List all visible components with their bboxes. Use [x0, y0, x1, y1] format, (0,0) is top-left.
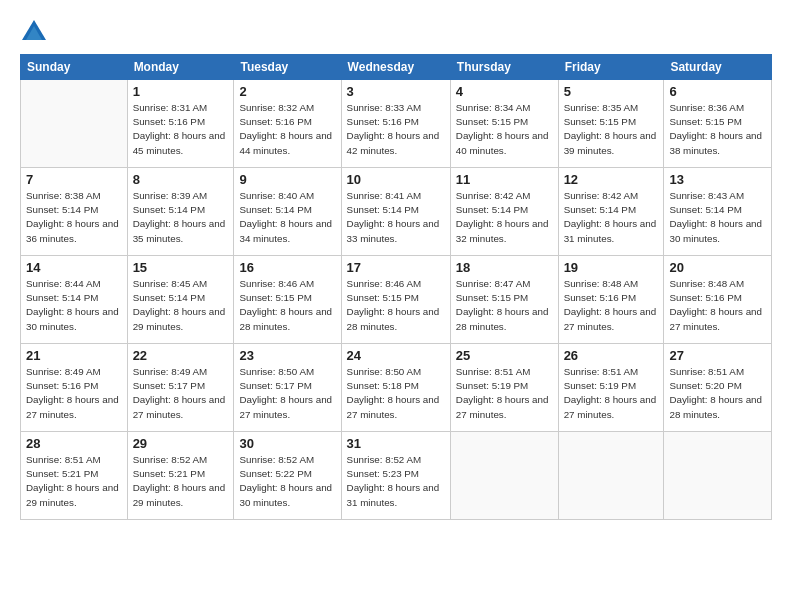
day-info: Sunrise: 8:43 AM Sunset: 5:14 PM Dayligh… [669, 189, 766, 246]
day-info: Sunrise: 8:41 AM Sunset: 5:14 PM Dayligh… [347, 189, 445, 246]
day-info: Sunrise: 8:51 AM Sunset: 5:20 PM Dayligh… [669, 365, 766, 422]
calendar-cell: 15Sunrise: 8:45 AM Sunset: 5:14 PM Dayli… [127, 256, 234, 344]
calendar-cell: 25Sunrise: 8:51 AM Sunset: 5:19 PM Dayli… [450, 344, 558, 432]
calendar-week-row: 14Sunrise: 8:44 AM Sunset: 5:14 PM Dayli… [21, 256, 772, 344]
calendar-cell: 26Sunrise: 8:51 AM Sunset: 5:19 PM Dayli… [558, 344, 664, 432]
day-number: 22 [133, 348, 229, 363]
day-info: Sunrise: 8:49 AM Sunset: 5:16 PM Dayligh… [26, 365, 122, 422]
day-info: Sunrise: 8:39 AM Sunset: 5:14 PM Dayligh… [133, 189, 229, 246]
day-info: Sunrise: 8:40 AM Sunset: 5:14 PM Dayligh… [239, 189, 335, 246]
day-info: Sunrise: 8:33 AM Sunset: 5:16 PM Dayligh… [347, 101, 445, 158]
calendar-cell: 17Sunrise: 8:46 AM Sunset: 5:15 PM Dayli… [341, 256, 450, 344]
day-info: Sunrise: 8:50 AM Sunset: 5:17 PM Dayligh… [239, 365, 335, 422]
day-info: Sunrise: 8:46 AM Sunset: 5:15 PM Dayligh… [239, 277, 335, 334]
calendar-cell: 13Sunrise: 8:43 AM Sunset: 5:14 PM Dayli… [664, 168, 772, 256]
calendar-week-row: 1Sunrise: 8:31 AM Sunset: 5:16 PM Daylig… [21, 80, 772, 168]
calendar-cell: 27Sunrise: 8:51 AM Sunset: 5:20 PM Dayli… [664, 344, 772, 432]
day-number: 3 [347, 84, 445, 99]
day-number: 14 [26, 260, 122, 275]
weekday-header: Sunday [21, 55, 128, 80]
calendar-cell [450, 432, 558, 520]
day-info: Sunrise: 8:47 AM Sunset: 5:15 PM Dayligh… [456, 277, 553, 334]
logo [20, 18, 52, 46]
day-number: 9 [239, 172, 335, 187]
calendar-cell: 4Sunrise: 8:34 AM Sunset: 5:15 PM Daylig… [450, 80, 558, 168]
day-number: 2 [239, 84, 335, 99]
calendar-cell: 18Sunrise: 8:47 AM Sunset: 5:15 PM Dayli… [450, 256, 558, 344]
calendar-cell: 31Sunrise: 8:52 AM Sunset: 5:23 PM Dayli… [341, 432, 450, 520]
calendar-cell [21, 80, 128, 168]
day-info: Sunrise: 8:42 AM Sunset: 5:14 PM Dayligh… [456, 189, 553, 246]
day-number: 31 [347, 436, 445, 451]
calendar-cell: 21Sunrise: 8:49 AM Sunset: 5:16 PM Dayli… [21, 344, 128, 432]
day-info: Sunrise: 8:46 AM Sunset: 5:15 PM Dayligh… [347, 277, 445, 334]
day-info: Sunrise: 8:42 AM Sunset: 5:14 PM Dayligh… [564, 189, 659, 246]
calendar-cell: 3Sunrise: 8:33 AM Sunset: 5:16 PM Daylig… [341, 80, 450, 168]
calendar-week-row: 21Sunrise: 8:49 AM Sunset: 5:16 PM Dayli… [21, 344, 772, 432]
weekday-header: Saturday [664, 55, 772, 80]
day-info: Sunrise: 8:34 AM Sunset: 5:15 PM Dayligh… [456, 101, 553, 158]
day-number: 15 [133, 260, 229, 275]
weekday-header: Wednesday [341, 55, 450, 80]
calendar-cell: 16Sunrise: 8:46 AM Sunset: 5:15 PM Dayli… [234, 256, 341, 344]
calendar-cell: 2Sunrise: 8:32 AM Sunset: 5:16 PM Daylig… [234, 80, 341, 168]
day-number: 20 [669, 260, 766, 275]
day-info: Sunrise: 8:52 AM Sunset: 5:22 PM Dayligh… [239, 453, 335, 510]
calendar-week-row: 7Sunrise: 8:38 AM Sunset: 5:14 PM Daylig… [21, 168, 772, 256]
day-info: Sunrise: 8:45 AM Sunset: 5:14 PM Dayligh… [133, 277, 229, 334]
day-number: 18 [456, 260, 553, 275]
weekday-header: Thursday [450, 55, 558, 80]
day-number: 19 [564, 260, 659, 275]
day-info: Sunrise: 8:52 AM Sunset: 5:23 PM Dayligh… [347, 453, 445, 510]
weekday-header: Monday [127, 55, 234, 80]
calendar-cell [558, 432, 664, 520]
calendar-cell: 22Sunrise: 8:49 AM Sunset: 5:17 PM Dayli… [127, 344, 234, 432]
calendar-cell: 11Sunrise: 8:42 AM Sunset: 5:14 PM Dayli… [450, 168, 558, 256]
header [20, 18, 772, 46]
day-number: 17 [347, 260, 445, 275]
weekday-header: Tuesday [234, 55, 341, 80]
day-info: Sunrise: 8:49 AM Sunset: 5:17 PM Dayligh… [133, 365, 229, 422]
calendar-cell: 14Sunrise: 8:44 AM Sunset: 5:14 PM Dayli… [21, 256, 128, 344]
day-info: Sunrise: 8:51 AM Sunset: 5:21 PM Dayligh… [26, 453, 122, 510]
day-number: 25 [456, 348, 553, 363]
day-number: 13 [669, 172, 766, 187]
day-number: 21 [26, 348, 122, 363]
day-number: 29 [133, 436, 229, 451]
day-number: 6 [669, 84, 766, 99]
day-number: 8 [133, 172, 229, 187]
day-info: Sunrise: 8:48 AM Sunset: 5:16 PM Dayligh… [564, 277, 659, 334]
calendar-cell: 8Sunrise: 8:39 AM Sunset: 5:14 PM Daylig… [127, 168, 234, 256]
day-number: 30 [239, 436, 335, 451]
weekday-header: Friday [558, 55, 664, 80]
calendar-cell [664, 432, 772, 520]
day-info: Sunrise: 8:50 AM Sunset: 5:18 PM Dayligh… [347, 365, 445, 422]
page: SundayMondayTuesdayWednesdayThursdayFrid… [0, 0, 792, 612]
day-info: Sunrise: 8:52 AM Sunset: 5:21 PM Dayligh… [133, 453, 229, 510]
day-number: 7 [26, 172, 122, 187]
day-info: Sunrise: 8:35 AM Sunset: 5:15 PM Dayligh… [564, 101, 659, 158]
calendar-cell: 30Sunrise: 8:52 AM Sunset: 5:22 PM Dayli… [234, 432, 341, 520]
day-number: 24 [347, 348, 445, 363]
calendar-cell: 5Sunrise: 8:35 AM Sunset: 5:15 PM Daylig… [558, 80, 664, 168]
day-info: Sunrise: 8:38 AM Sunset: 5:14 PM Dayligh… [26, 189, 122, 246]
day-info: Sunrise: 8:51 AM Sunset: 5:19 PM Dayligh… [456, 365, 553, 422]
day-number: 23 [239, 348, 335, 363]
calendar-cell: 20Sunrise: 8:48 AM Sunset: 5:16 PM Dayli… [664, 256, 772, 344]
logo-icon [20, 18, 48, 46]
day-number: 5 [564, 84, 659, 99]
calendar-header-row: SundayMondayTuesdayWednesdayThursdayFrid… [21, 55, 772, 80]
calendar-cell: 29Sunrise: 8:52 AM Sunset: 5:21 PM Dayli… [127, 432, 234, 520]
day-number: 4 [456, 84, 553, 99]
day-number: 16 [239, 260, 335, 275]
calendar-cell: 23Sunrise: 8:50 AM Sunset: 5:17 PM Dayli… [234, 344, 341, 432]
calendar-table: SundayMondayTuesdayWednesdayThursdayFrid… [20, 54, 772, 520]
day-info: Sunrise: 8:51 AM Sunset: 5:19 PM Dayligh… [564, 365, 659, 422]
calendar-cell: 1Sunrise: 8:31 AM Sunset: 5:16 PM Daylig… [127, 80, 234, 168]
day-info: Sunrise: 8:31 AM Sunset: 5:16 PM Dayligh… [133, 101, 229, 158]
calendar-cell: 9Sunrise: 8:40 AM Sunset: 5:14 PM Daylig… [234, 168, 341, 256]
calendar-cell: 6Sunrise: 8:36 AM Sunset: 5:15 PM Daylig… [664, 80, 772, 168]
day-info: Sunrise: 8:48 AM Sunset: 5:16 PM Dayligh… [669, 277, 766, 334]
calendar-week-row: 28Sunrise: 8:51 AM Sunset: 5:21 PM Dayli… [21, 432, 772, 520]
day-number: 12 [564, 172, 659, 187]
